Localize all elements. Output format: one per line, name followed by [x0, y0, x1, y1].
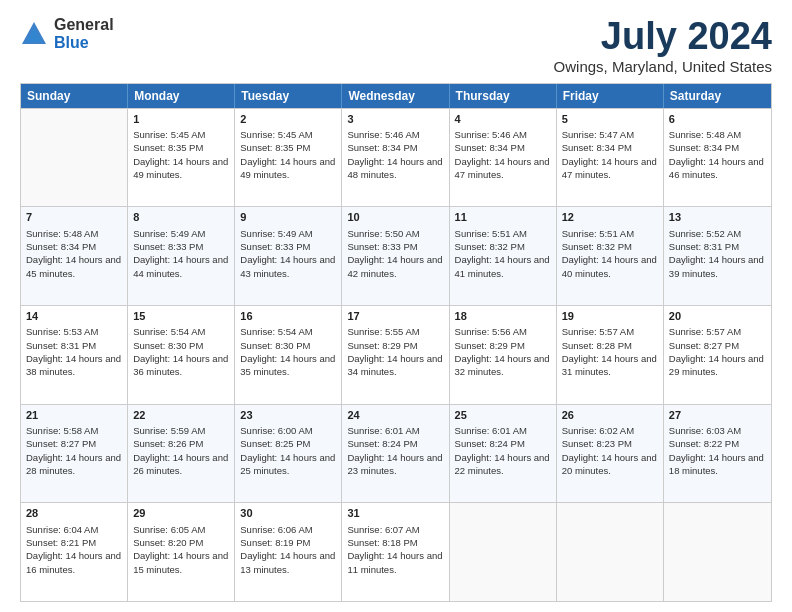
daylight-text: Daylight: 14 hours and 38 minutes. [26, 353, 121, 377]
sunrise-text: Sunrise: 5:52 AM [669, 228, 741, 239]
day-cell-4: 4Sunrise: 5:46 AMSunset: 8:34 PMDaylight… [450, 109, 557, 207]
sunset-text: Sunset: 8:27 PM [26, 438, 96, 449]
daylight-text: Daylight: 14 hours and 40 minutes. [562, 254, 657, 278]
day-number: 16 [240, 309, 336, 324]
day-number: 10 [347, 210, 443, 225]
daylight-text: Daylight: 14 hours and 13 minutes. [240, 550, 335, 574]
day-number: 7 [26, 210, 122, 225]
sunrise-text: Sunrise: 6:01 AM [455, 425, 527, 436]
day-cell-21: 21Sunrise: 5:58 AMSunset: 8:27 PMDayligh… [21, 405, 128, 503]
sunset-text: Sunset: 8:33 PM [240, 241, 310, 252]
sunrise-text: Sunrise: 6:06 AM [240, 524, 312, 535]
day-number: 24 [347, 408, 443, 423]
sunset-text: Sunset: 8:33 PM [133, 241, 203, 252]
daylight-text: Daylight: 14 hours and 46 minutes. [669, 156, 764, 180]
sunset-text: Sunset: 8:24 PM [347, 438, 417, 449]
sunrise-text: Sunrise: 6:07 AM [347, 524, 419, 535]
day-number: 23 [240, 408, 336, 423]
day-cell-29: 29Sunrise: 6:05 AMSunset: 8:20 PMDayligh… [128, 503, 235, 601]
day-number: 19 [562, 309, 658, 324]
header-day-tuesday: Tuesday [235, 84, 342, 108]
sunrise-text: Sunrise: 5:48 AM [26, 228, 98, 239]
day-number: 31 [347, 506, 443, 521]
main-title: July 2024 [554, 16, 772, 58]
sunset-text: Sunset: 8:34 PM [669, 142, 739, 153]
day-number: 21 [26, 408, 122, 423]
sunset-text: Sunset: 8:18 PM [347, 537, 417, 548]
logo-general: General [54, 16, 114, 34]
day-number: 30 [240, 506, 336, 521]
daylight-text: Daylight: 14 hours and 31 minutes. [562, 353, 657, 377]
sunset-text: Sunset: 8:30 PM [240, 340, 310, 351]
sunrise-text: Sunrise: 5:54 AM [133, 326, 205, 337]
sunrise-text: Sunrise: 5:48 AM [669, 129, 741, 140]
sunrise-text: Sunrise: 5:59 AM [133, 425, 205, 436]
day-number: 1 [133, 112, 229, 127]
day-number: 3 [347, 112, 443, 127]
calendar: SundayMondayTuesdayWednesdayThursdayFrid… [20, 83, 772, 602]
day-cell-13: 13Sunrise: 5:52 AMSunset: 8:31 PMDayligh… [664, 207, 771, 305]
daylight-text: Daylight: 14 hours and 43 minutes. [240, 254, 335, 278]
empty-cell [557, 503, 664, 601]
sunset-text: Sunset: 8:21 PM [26, 537, 96, 548]
sunset-text: Sunset: 8:32 PM [562, 241, 632, 252]
sunrise-text: Sunrise: 5:55 AM [347, 326, 419, 337]
sunrise-text: Sunrise: 5:49 AM [240, 228, 312, 239]
sunset-text: Sunset: 8:30 PM [133, 340, 203, 351]
day-cell-11: 11Sunrise: 5:51 AMSunset: 8:32 PMDayligh… [450, 207, 557, 305]
header-day-thursday: Thursday [450, 84, 557, 108]
day-cell-24: 24Sunrise: 6:01 AMSunset: 8:24 PMDayligh… [342, 405, 449, 503]
daylight-text: Daylight: 14 hours and 44 minutes. [133, 254, 228, 278]
header-day-wednesday: Wednesday [342, 84, 449, 108]
calendar-body: 1Sunrise: 5:45 AMSunset: 8:35 PMDaylight… [21, 108, 771, 601]
logo-text: General Blue [54, 16, 114, 51]
day-cell-10: 10Sunrise: 5:50 AMSunset: 8:33 PMDayligh… [342, 207, 449, 305]
week-row-1: 7Sunrise: 5:48 AMSunset: 8:34 PMDaylight… [21, 206, 771, 305]
sunrise-text: Sunrise: 5:53 AM [26, 326, 98, 337]
daylight-text: Daylight: 14 hours and 18 minutes. [669, 452, 764, 476]
week-row-0: 1Sunrise: 5:45 AMSunset: 8:35 PMDaylight… [21, 108, 771, 207]
sunrise-text: Sunrise: 5:49 AM [133, 228, 205, 239]
sunset-text: Sunset: 8:27 PM [669, 340, 739, 351]
page: General Blue July 2024 Owings, Maryland,… [0, 0, 792, 612]
sunrise-text: Sunrise: 5:47 AM [562, 129, 634, 140]
week-row-3: 21Sunrise: 5:58 AMSunset: 8:27 PMDayligh… [21, 404, 771, 503]
daylight-text: Daylight: 14 hours and 34 minutes. [347, 353, 442, 377]
day-cell-12: 12Sunrise: 5:51 AMSunset: 8:32 PMDayligh… [557, 207, 664, 305]
sunrise-text: Sunrise: 5:58 AM [26, 425, 98, 436]
empty-cell [450, 503, 557, 601]
day-number: 2 [240, 112, 336, 127]
sunrise-text: Sunrise: 6:03 AM [669, 425, 741, 436]
sunset-text: Sunset: 8:25 PM [240, 438, 310, 449]
day-number: 15 [133, 309, 229, 324]
sunset-text: Sunset: 8:22 PM [669, 438, 739, 449]
daylight-text: Daylight: 14 hours and 39 minutes. [669, 254, 764, 278]
day-number: 9 [240, 210, 336, 225]
daylight-text: Daylight: 14 hours and 48 minutes. [347, 156, 442, 180]
daylight-text: Daylight: 14 hours and 11 minutes. [347, 550, 442, 574]
sunset-text: Sunset: 8:34 PM [562, 142, 632, 153]
day-cell-22: 22Sunrise: 5:59 AMSunset: 8:26 PMDayligh… [128, 405, 235, 503]
day-cell-1: 1Sunrise: 5:45 AMSunset: 8:35 PMDaylight… [128, 109, 235, 207]
sunset-text: Sunset: 8:34 PM [347, 142, 417, 153]
daylight-text: Daylight: 14 hours and 26 minutes. [133, 452, 228, 476]
sunrise-text: Sunrise: 5:57 AM [562, 326, 634, 337]
sunset-text: Sunset: 8:32 PM [455, 241, 525, 252]
day-cell-6: 6Sunrise: 5:48 AMSunset: 8:34 PMDaylight… [664, 109, 771, 207]
day-cell-7: 7Sunrise: 5:48 AMSunset: 8:34 PMDaylight… [21, 207, 128, 305]
header-day-friday: Friday [557, 84, 664, 108]
sunset-text: Sunset: 8:33 PM [347, 241, 417, 252]
day-cell-28: 28Sunrise: 6:04 AMSunset: 8:21 PMDayligh… [21, 503, 128, 601]
sunset-text: Sunset: 8:31 PM [26, 340, 96, 351]
sunrise-text: Sunrise: 5:45 AM [240, 129, 312, 140]
day-number: 12 [562, 210, 658, 225]
sunrise-text: Sunrise: 6:00 AM [240, 425, 312, 436]
sunset-text: Sunset: 8:19 PM [240, 537, 310, 548]
header: General Blue July 2024 Owings, Maryland,… [20, 16, 772, 75]
day-cell-8: 8Sunrise: 5:49 AMSunset: 8:33 PMDaylight… [128, 207, 235, 305]
week-row-4: 28Sunrise: 6:04 AMSunset: 8:21 PMDayligh… [21, 502, 771, 601]
sunrise-text: Sunrise: 5:56 AM [455, 326, 527, 337]
sunrise-text: Sunrise: 5:50 AM [347, 228, 419, 239]
daylight-text: Daylight: 14 hours and 49 minutes. [240, 156, 335, 180]
day-cell-30: 30Sunrise: 6:06 AMSunset: 8:19 PMDayligh… [235, 503, 342, 601]
